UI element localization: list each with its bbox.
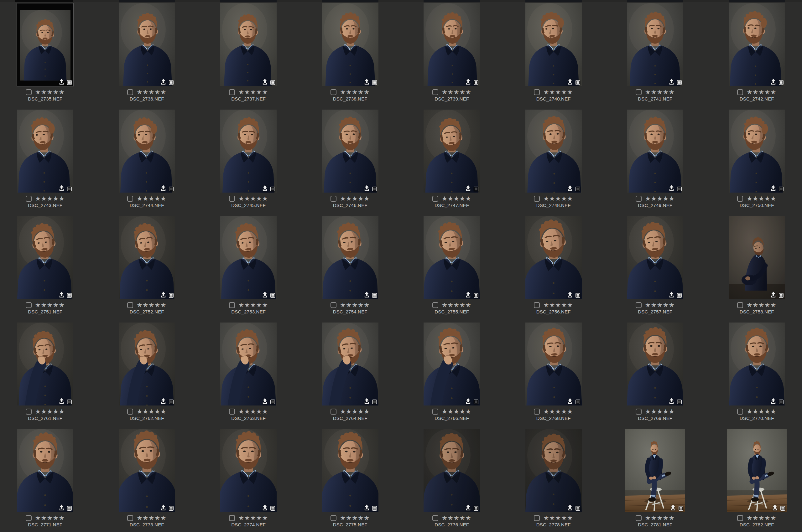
photo-thumbnail[interactable] xyxy=(119,323,175,405)
photo-cell[interactable]: ★★★★★ DSC_2749.NEF xyxy=(604,110,706,216)
photo-cell[interactable]: ★★★★★ DSC_2764.NEF xyxy=(299,323,401,429)
select-checkbox[interactable] xyxy=(636,196,641,202)
select-checkbox[interactable] xyxy=(26,515,32,521)
select-checkbox[interactable] xyxy=(534,196,540,202)
photo-thumbnail[interactable] xyxy=(17,323,73,405)
upload-icon[interactable] xyxy=(770,291,776,298)
photo-cell[interactable]: ★★★★★ DSC_2748.NEF xyxy=(503,110,604,216)
upload-icon[interactable] xyxy=(364,505,370,511)
select-checkbox[interactable] xyxy=(432,196,438,202)
upload-icon[interactable] xyxy=(364,185,370,191)
star-rating[interactable]: ★★★★★ xyxy=(136,195,166,202)
select-checkbox[interactable] xyxy=(737,515,743,521)
select-checkbox[interactable] xyxy=(636,408,641,415)
star-rating[interactable]: ★★★★★ xyxy=(747,408,776,415)
metadata-list-icon[interactable] xyxy=(780,506,785,511)
metadata-list-icon[interactable] xyxy=(169,400,173,404)
star-rating[interactable]: ★★★★★ xyxy=(238,515,268,521)
upload-icon[interactable] xyxy=(161,398,166,404)
select-checkbox[interactable] xyxy=(26,408,32,415)
photo-cell[interactable]: ★★★★★ DSC_2750.NEF xyxy=(706,110,802,216)
photo-cell[interactable]: ★★★★★ DSC_2776.NEF xyxy=(401,429,503,532)
photo-cell[interactable]: ★★★★★ DSC_2782.NEF xyxy=(706,429,802,532)
photo-thumbnail[interactable] xyxy=(322,3,378,86)
metadata-list-icon[interactable] xyxy=(576,293,580,298)
photo-cell[interactable]: ★★★★★ DSC_2781.NEF xyxy=(604,429,706,532)
photo-thumbnail[interactable] xyxy=(525,216,582,299)
metadata-list-icon[interactable] xyxy=(678,506,683,511)
star-rating[interactable]: ★★★★★ xyxy=(35,195,65,202)
photo-cell[interactable]: ★★★★★ DSC_2753.NEF xyxy=(198,216,299,323)
select-checkbox[interactable] xyxy=(127,302,133,308)
metadata-list-icon[interactable] xyxy=(677,400,682,404)
upload-icon[interactable] xyxy=(567,398,573,404)
photo-cell[interactable]: ★★★★★ DSC_2775.NEF xyxy=(299,429,401,532)
photo-cell[interactable]: ★★★★★ DSC_2755.NEF xyxy=(401,216,503,323)
upload-icon[interactable] xyxy=(772,505,778,511)
metadata-list-icon[interactable] xyxy=(779,293,784,298)
metadata-list-icon[interactable] xyxy=(576,400,580,404)
photo-thumbnail[interactable] xyxy=(322,216,378,299)
star-rating[interactable]: ★★★★★ xyxy=(645,302,675,308)
upload-icon[interactable] xyxy=(669,291,674,298)
star-rating[interactable]: ★★★★★ xyxy=(340,515,370,521)
select-checkbox[interactable] xyxy=(127,515,133,521)
photo-thumbnail[interactable] xyxy=(17,429,73,512)
upload-icon[interactable] xyxy=(161,505,166,511)
photo-cell[interactable]: ★★★★★ DSC_2752.NEF xyxy=(96,216,198,323)
upload-icon[interactable] xyxy=(262,505,268,511)
star-rating[interactable]: ★★★★★ xyxy=(543,515,573,521)
photo-cell[interactable]: ★★★★★ DSC_2736.NEF xyxy=(96,3,198,110)
photo-cell[interactable]: ★★★★★ DSC_2756.NEF xyxy=(503,216,604,323)
metadata-list-icon[interactable] xyxy=(372,80,377,85)
upload-icon[interactable] xyxy=(770,185,776,191)
select-checkbox[interactable] xyxy=(229,515,235,521)
star-rating[interactable]: ★★★★★ xyxy=(238,302,268,308)
photo-thumbnail[interactable] xyxy=(729,323,785,405)
photo-thumbnail[interactable] xyxy=(424,429,480,512)
photo-thumbnail[interactable] xyxy=(220,323,277,405)
upload-icon[interactable] xyxy=(465,398,471,404)
star-rating[interactable]: ★★★★★ xyxy=(238,408,268,415)
star-rating[interactable]: ★★★★★ xyxy=(340,408,370,415)
select-checkbox[interactable] xyxy=(331,302,336,308)
star-rating[interactable]: ★★★★★ xyxy=(645,408,675,415)
photo-cell[interactable]: ★★★★★ DSC_2745.NEF xyxy=(198,110,299,216)
star-rating[interactable]: ★★★★★ xyxy=(35,515,65,521)
metadata-list-icon[interactable] xyxy=(677,80,682,85)
select-checkbox[interactable] xyxy=(534,408,540,415)
metadata-list-icon[interactable] xyxy=(169,506,173,511)
metadata-list-icon[interactable] xyxy=(779,80,784,85)
photo-thumbnail[interactable] xyxy=(729,110,785,193)
photo-thumbnail[interactable] xyxy=(17,3,73,86)
star-rating[interactable]: ★★★★★ xyxy=(747,195,776,202)
photo-cell[interactable]: ★★★★★ DSC_2742.NEF xyxy=(706,3,802,110)
metadata-list-icon[interactable] xyxy=(67,400,72,404)
upload-icon[interactable] xyxy=(669,185,674,191)
star-rating[interactable]: ★★★★★ xyxy=(645,89,675,95)
select-checkbox[interactable] xyxy=(26,302,32,308)
metadata-list-icon[interactable] xyxy=(474,187,478,191)
metadata-list-icon[interactable] xyxy=(67,506,72,511)
star-rating[interactable]: ★★★★★ xyxy=(747,302,776,308)
upload-icon[interactable] xyxy=(161,185,166,191)
select-checkbox[interactable] xyxy=(737,302,743,308)
star-rating[interactable]: ★★★★★ xyxy=(238,195,268,202)
star-rating[interactable]: ★★★★★ xyxy=(747,89,776,95)
metadata-list-icon[interactable] xyxy=(779,187,784,191)
star-rating[interactable]: ★★★★★ xyxy=(238,89,268,95)
metadata-list-icon[interactable] xyxy=(372,400,377,404)
metadata-list-icon[interactable] xyxy=(677,187,682,191)
upload-icon[interactable] xyxy=(59,79,64,85)
photo-cell[interactable]: ★★★★★ DSC_2769.NEF xyxy=(604,323,706,429)
select-checkbox[interactable] xyxy=(534,515,540,521)
select-checkbox[interactable] xyxy=(127,408,133,415)
photo-cell[interactable]: ★★★★★ DSC_2763.NEF xyxy=(198,323,299,429)
photo-thumbnail[interactable] xyxy=(322,323,378,405)
select-checkbox[interactable] xyxy=(229,408,235,415)
star-rating[interactable]: ★★★★★ xyxy=(442,195,471,202)
photo-cell[interactable]: ★★★★★ DSC_2768.NEF xyxy=(503,323,604,429)
upload-icon[interactable] xyxy=(59,398,64,404)
photo-thumbnail[interactable] xyxy=(525,323,582,405)
star-rating[interactable]: ★★★★★ xyxy=(340,302,370,308)
